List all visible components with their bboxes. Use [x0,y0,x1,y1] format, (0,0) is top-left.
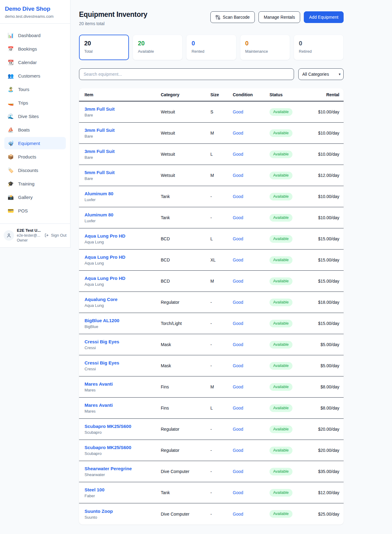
item-name-link[interactable]: Aqua Lung Pro HD [85,254,161,260]
status-badge: Available [270,489,292,497]
stat-card-retired[interactable]: 0 Retired [294,35,344,60]
item-name-link[interactable]: Aqua Lung Pro HD [85,276,161,281]
category-cell: Torch/Light [161,321,210,326]
status-badge: Available [270,299,292,306]
condition-link[interactable]: Good [233,109,243,114]
sidebar-item-bookings[interactable]: 📅 Bookings [4,43,66,55]
item-name-link[interactable]: 3mm Full Suit [85,128,161,133]
item-name-link[interactable]: Aluminum 80 [85,191,161,196]
status-badge: Available [270,129,292,137]
sidebar-item-label: Discounts [18,168,38,173]
condition-cell: Good [233,405,270,411]
rental-cell: $12.00/day [315,490,339,495]
sidebar-item-boats[interactable]: ⛵ Boats [4,124,66,136]
search-input[interactable] [79,68,294,80]
item-name-link[interactable]: Cressi Big Eyes [85,360,161,365]
item-cell: Aluminum 80 Luxfer [85,191,161,202]
item-name-link[interactable]: Shearwater Peregrine [85,466,161,471]
sidebar-item-pos[interactable]: 💳 POS [4,204,66,217]
status-badge: Available [270,425,292,433]
sidebar-item-equipment[interactable]: 🤿 Equipment [4,137,66,149]
item-cell: Scubapro MK25/S600 Scubapro [85,445,161,456]
sidebar-item-calendar[interactable]: 📆 Calendar [4,56,66,68]
item-name-link[interactable]: 3mm Full Suit [85,106,161,112]
sidebar-item-trips[interactable]: 🚤 Trips [4,97,66,109]
item-cell: Suunto Zoop Suunto [85,509,161,520]
status-cell: Available [270,383,315,391]
condition-link[interactable]: Good [233,384,243,389]
condition-link[interactable]: Good [233,406,243,410]
condition-link[interactable]: Good [233,363,243,368]
stat-card-maintenance[interactable]: 0 Maintenance [240,35,290,60]
rental-cell: $15.00/day [315,321,339,326]
stat-card-rented[interactable]: 0 Rented [186,35,236,60]
item-name-link[interactable]: Steel 100 [85,487,161,492]
page-title-block: Equipment Inventory 20 items total [79,10,147,26]
sidebar-item-discounts[interactable]: 🏷️ Discounts [4,164,66,176]
condition-cell: Good [233,490,270,495]
condition-link[interactable]: Good [233,321,243,326]
condition-link[interactable]: Good [233,448,243,453]
item-cell: 3mm Full Suit Bare [85,149,161,160]
item-name-link[interactable]: 5mm Full Suit [85,170,161,175]
item-name-link[interactable]: Mares Avanti [85,381,161,387]
item-cell: Mares Avanti Mares [85,402,161,414]
condition-link[interactable]: Good [233,131,243,135]
item-brand: Faber [85,494,161,498]
table-row: BigBlue AL1200 BigBlue Torch/Light - Goo… [79,313,344,334]
condition-link[interactable]: Good [233,194,243,199]
rental-cell: $10.00/day [315,109,339,114]
manage-rentals-button[interactable]: Manage Rentals [258,11,300,23]
condition-link[interactable]: Good [233,236,243,241]
table-row: Cressi Big Eyes Cressi Mask - Good Avail… [79,355,344,376]
item-name-link[interactable]: Aluminum 80 [85,212,161,217]
condition-link[interactable]: Good [233,512,243,517]
item-name-link[interactable]: Cressi Big Eyes [85,339,161,344]
condition-link[interactable]: Good [233,279,243,284]
item-name-link[interactable]: Aqualung Core [85,297,161,302]
condition-link[interactable]: Good [233,300,243,305]
item-name-link[interactable]: Scubapro MK25/S600 [85,445,161,450]
condition-cell: Good [233,215,270,220]
condition-link[interactable]: Good [233,469,243,474]
rental-cell: $18.00/day [315,300,339,305]
category-cell: Regulator [161,300,210,305]
status-cell: Available [270,151,315,158]
user-info: E2E Test U... e2e-tester@... Owner [17,228,42,242]
add-equipment-button[interactable]: Add Equipment [304,11,344,23]
sidebar-item-tours[interactable]: 🏝️ Tours [4,83,66,95]
condition-link[interactable]: Good [233,342,243,347]
sidebar-item-training[interactable]: 🎓 Training [4,177,66,190]
item-name-link[interactable]: Mares Avanti [85,402,161,408]
item-cell: Cressi Big Eyes Cressi [85,339,161,350]
scan-barcode-button[interactable]: Scan Barcode [210,11,255,23]
condition-link[interactable]: Good [233,152,243,157]
item-name-link[interactable]: Suunto Zoop [85,509,161,514]
status-badge: Available [270,320,292,327]
status-cell: Available [270,299,315,306]
condition-link[interactable]: Good [233,427,243,432]
stat-card-available[interactable]: 20 Available [133,35,183,60]
sidebar-item-gallery[interactable]: 📸 Gallery [4,191,66,203]
table-row: 3mm Full Suit Bare Wetsuit M Good Availa… [79,123,344,144]
item-name-link[interactable]: Aqua Lung Pro HD [85,233,161,238]
sidebar-item-products[interactable]: 📦 Products [4,151,66,163]
size-cell: S [210,109,233,114]
condition-link[interactable]: Good [233,490,243,495]
sign-out-button[interactable]: Sign Out [44,233,66,238]
stat-card-total[interactable]: 20 Total [79,35,129,60]
sidebar-item-customers[interactable]: 👥 Customers [4,70,66,82]
status-cell: Available [270,320,315,327]
sidebar-item-dive-sites[interactable]: 🌊 Dive Sites [4,110,66,122]
condition-link[interactable]: Good [233,173,243,178]
item-name-link[interactable]: BigBlue AL1200 [85,318,161,323]
item-name-link[interactable]: Scubapro MK25/S600 [85,424,161,429]
condition-link[interactable]: Good [233,215,243,220]
col-header-category: Category [161,92,210,97]
item-cell: Scubapro MK25/S600 Scubapro [85,424,161,435]
item-brand: Mares [85,409,161,414]
sidebar-item-dashboard[interactable]: 📊 Dashboard [4,29,66,41]
item-name-link[interactable]: 3mm Full Suit [85,149,161,154]
condition-link[interactable]: Good [233,257,243,262]
category-select[interactable]: All Categories [298,68,344,80]
